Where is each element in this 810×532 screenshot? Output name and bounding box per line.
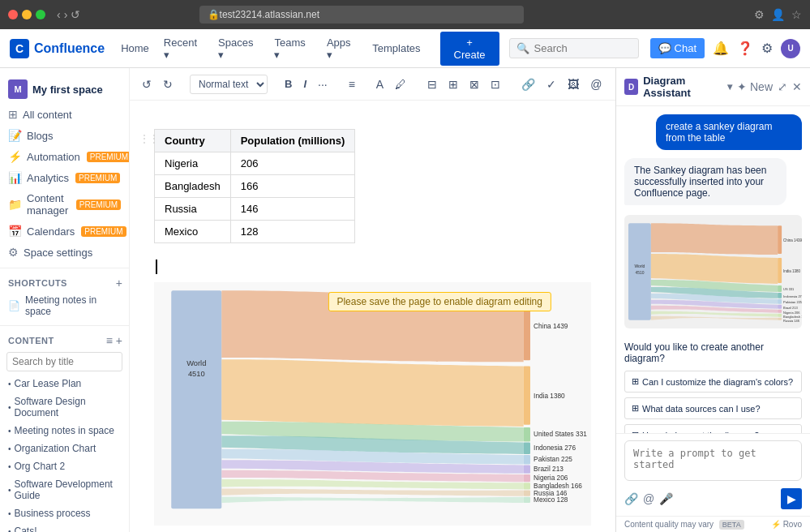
outdent-button[interactable]: ⊡ xyxy=(486,75,504,93)
align-button[interactable]: ≡ xyxy=(345,75,359,93)
maximize-window-button[interactable] xyxy=(36,10,45,19)
nav-teams[interactable]: Teams ▾ xyxy=(268,33,319,64)
sidebar-shortcut-meeting-notes[interactable]: 📄 Meeting notes in space xyxy=(0,291,129,320)
numbered-list-button[interactable]: ⊞ xyxy=(444,75,462,93)
search-box[interactable]: 🔍 xyxy=(509,38,639,58)
suggestion-icon-1: ⊞ xyxy=(632,376,639,387)
suggestion-colors[interactable]: ⊞ Can I customize the diagram's colors? xyxy=(624,371,802,393)
table-header-population: Population (millions) xyxy=(230,130,355,152)
extensions-icon[interactable]: ⚙ xyxy=(754,8,765,21)
suggestion-export[interactable]: ⊞ How do I export the diagram? xyxy=(624,424,802,433)
content-filter-button[interactable]: ≡ xyxy=(106,334,113,347)
indent-button[interactable]: ⊠ xyxy=(465,75,483,93)
sankey-source-node xyxy=(171,290,221,508)
back-button[interactable]: ‹ xyxy=(57,8,61,21)
page-dot-icon: • xyxy=(8,527,11,533)
table-cell-country-2[interactable]: Bangladesh xyxy=(155,175,231,198)
more-format-button[interactable]: ··· xyxy=(314,75,332,93)
svg-text:C: C xyxy=(15,42,24,55)
close-panel-button[interactable]: ✕ xyxy=(792,80,802,93)
shortcuts-add-button[interactable]: + xyxy=(116,277,122,290)
table-cell-country-1[interactable]: Nigeria xyxy=(155,152,231,175)
sidebar-blogs[interactable]: 📝 Blogs xyxy=(0,125,129,146)
sidebar-calendars[interactable]: 📅 Calendars PREMIUM xyxy=(0,221,129,242)
sidebar-all-content[interactable]: ⊞ All content xyxy=(0,104,129,125)
svg-text:Indonesia 276: Indonesia 276 xyxy=(783,294,802,298)
redo-button[interactable]: ↻ xyxy=(159,75,177,93)
table-cell-pop-2[interactable]: 166 xyxy=(230,175,355,198)
send-button[interactable]: ▶ xyxy=(781,488,802,509)
chat-button[interactable]: 💬 Chat xyxy=(650,38,705,58)
undo-button[interactable]: ↺ xyxy=(138,75,156,93)
sidebar-page-software-design[interactable]: • Software Design Document xyxy=(0,393,129,422)
search-input[interactable] xyxy=(534,42,632,54)
sidebar-content-manager[interactable]: 📁 Content manager PREMIUM xyxy=(0,188,129,221)
link-button[interactable]: 🔗 xyxy=(517,75,539,93)
emoji-button[interactable]: ☺ xyxy=(609,75,615,93)
sidebar-space-settings[interactable]: ⚙ Space settings xyxy=(0,242,129,263)
italic-button[interactable]: I xyxy=(299,75,311,92)
bullet-list-button[interactable]: ⊟ xyxy=(423,75,441,93)
rovo-icon: ⚡ xyxy=(771,520,781,529)
content-add-button[interactable]: + xyxy=(116,334,122,347)
nav-apps[interactable]: Apps ▾ xyxy=(320,33,364,64)
sidebar-page-cats[interactable]: • Cats! xyxy=(0,522,129,532)
bold-button[interactable]: B xyxy=(281,75,296,92)
table-cell-pop-3[interactable]: 146 xyxy=(230,198,355,221)
sidebar-page-meeting-notes[interactable]: • Meeting notes in space xyxy=(0,422,129,440)
mic-icon[interactable]: 🎤 xyxy=(659,492,673,505)
nav-templates[interactable]: Templates xyxy=(366,39,426,58)
suggestion-data-sources[interactable]: ⊞ What data sources can I use? xyxy=(624,397,802,419)
sidebar-page-org-chart-2[interactable]: • Org Chart 2 xyxy=(0,457,129,475)
analytics-premium-badge: PREMIUM xyxy=(75,173,120,183)
expand-panel-button[interactable]: ⤢ xyxy=(778,80,787,93)
bookmark-icon[interactable]: ☆ xyxy=(791,8,802,21)
minimize-window-button[interactable] xyxy=(22,10,32,19)
drag-handle-icon[interactable]: ⋮⋮ xyxy=(139,133,159,144)
sidebar-analytics[interactable]: 📊 Analytics PREMIUM xyxy=(0,167,129,188)
attach-icon[interactable]: 🔗 xyxy=(624,492,638,505)
table-cell-pop-4[interactable]: 128 xyxy=(230,221,355,243)
nav-spaces[interactable]: Spaces ▾ xyxy=(212,33,266,64)
highlight-button[interactable]: 🖊 xyxy=(391,75,410,93)
mention-button[interactable]: @ xyxy=(586,75,606,93)
content-search-input[interactable] xyxy=(6,352,122,371)
settings-icon[interactable]: ⚙ xyxy=(761,41,773,56)
text-color-button[interactable]: A xyxy=(372,75,388,93)
sidebar-page-software-dev[interactable]: • Software Development Guide xyxy=(0,475,129,504)
notifications-icon[interactable]: 🔔 xyxy=(713,41,729,56)
refresh-button[interactable]: ↺ xyxy=(71,8,80,21)
sankey-diagram-container[interactable]: Please save the page to enable diagram e… xyxy=(154,282,591,526)
help-icon[interactable]: ❓ xyxy=(737,41,753,56)
sankey-label-india: India 1380 xyxy=(534,393,565,400)
style-select[interactable]: Normal text xyxy=(190,75,268,94)
panel-input[interactable] xyxy=(624,440,802,481)
profile-icon[interactable]: 👤 xyxy=(771,8,785,21)
forward-button[interactable]: › xyxy=(64,8,68,21)
content-search[interactable] xyxy=(0,349,129,375)
space-header[interactable]: M My first space xyxy=(0,75,129,104)
close-window-button[interactable] xyxy=(8,10,18,19)
sidebar-page-org-chart[interactable]: • Organization Chart xyxy=(0,440,129,457)
table-cell-country-4[interactable]: Mexico xyxy=(155,221,231,243)
confluence-logo[interactable]: C Confluence xyxy=(10,39,105,58)
sidebar-automation[interactable]: ⚡ Automation PREMIUM xyxy=(0,146,129,167)
table-cell-pop-1[interactable]: 206 xyxy=(230,152,355,175)
user-avatar[interactable]: U xyxy=(781,39,800,58)
chat-user-bubble: create a sankey diagram from the table xyxy=(656,114,802,150)
sidebar-page-business-process[interactable]: • Business process xyxy=(0,504,129,522)
nav-home[interactable]: Home xyxy=(114,39,156,58)
nav-recent[interactable]: Recent ▾ xyxy=(157,33,210,64)
address-bar[interactable]: 🔒 test23214.atlassian.net xyxy=(199,6,524,24)
at-icon[interactable]: @ xyxy=(643,492,654,505)
create-button-label: + Create xyxy=(450,36,490,61)
browser-controls xyxy=(8,10,45,19)
action-button[interactable]: ✓ xyxy=(542,75,560,93)
create-button[interactable]: + Create xyxy=(440,32,499,66)
editor-content[interactable]: ⋮⋮ Country Population (millions) Nigeria… xyxy=(130,101,615,532)
new-chat-button[interactable]: ✦ New xyxy=(737,80,773,93)
table-cell-country-3[interactable]: Russia xyxy=(155,198,231,221)
image-button[interactable]: 🖼 xyxy=(564,75,583,93)
panel-title-dropdown[interactable]: ▾ xyxy=(727,81,732,92)
sidebar-page-car-lease[interactable]: • Car Lease Plan xyxy=(0,375,129,393)
